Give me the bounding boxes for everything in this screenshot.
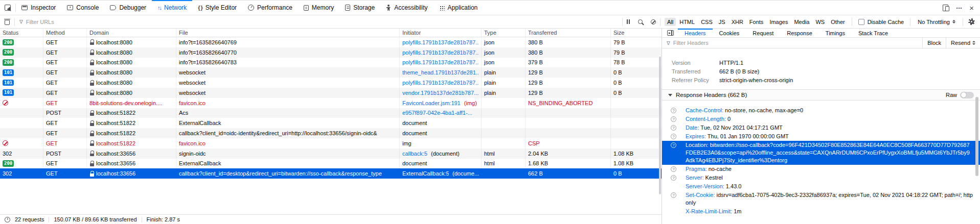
details-tab-stack-trace[interactable]: Stack Trace bbox=[852, 29, 895, 37]
block-url-button[interactable]: Block bbox=[922, 38, 946, 48]
initiator-link[interactable]: polyfills.1791b137de281b787... bbox=[402, 49, 479, 56]
request-row[interactable]: 200GETlocalhost:33656ExternalCallbackdoc… bbox=[0, 159, 662, 169]
filter-js-button[interactable]: JS bbox=[716, 18, 728, 26]
request-row[interactable]: GETlocalhost:51822favicon.icoimgCSP bbox=[0, 138, 662, 148]
header-row-date[interactable]: ?Date: Tue, 02 Nov 2021 04:17:21 GMT bbox=[662, 123, 980, 132]
header-row-x-rate-limit-limit[interactable]: X-Rate-Limit-Limit: 1m bbox=[662, 207, 980, 216]
disable-cache-control[interactable]: Disable Cache bbox=[852, 15, 910, 28]
filter-headers-input[interactable] bbox=[673, 40, 919, 46]
header-row-server[interactable]: ?Server: Kestrel bbox=[662, 173, 980, 182]
details-tab-timings[interactable]: Timings bbox=[819, 29, 852, 37]
network-settings-button[interactable] bbox=[963, 15, 980, 28]
filter-all-button[interactable]: All bbox=[665, 18, 676, 26]
filter-media-button[interactable]: Media bbox=[791, 18, 812, 26]
request-row[interactable]: GET8bit-solutions-dev.onelogin....favico… bbox=[0, 98, 662, 108]
header-row-content-length[interactable]: ?Content-Length: 0 bbox=[662, 115, 980, 123]
header-row-cache-control[interactable]: ?Cache-Control: no-store, no-cache, max-… bbox=[662, 106, 980, 115]
question-mark-icon[interactable]: ? bbox=[671, 125, 676, 131]
details-scrollbar[interactable] bbox=[975, 97, 978, 176]
initiator-link[interactable]: polyfills.1791b137de281b787... bbox=[402, 59, 479, 65]
initiator-link[interactable]: e957f897-042e-4ba1-aff1-... bbox=[402, 110, 472, 116]
request-row[interactable]: 101GETlocalhost:8080websocketvendor.1791… bbox=[0, 88, 662, 98]
filter-html-button[interactable]: HTML bbox=[677, 18, 697, 26]
responsive-mode-icon[interactable] bbox=[943, 5, 949, 11]
question-mark-icon[interactable]: ? bbox=[671, 175, 676, 181]
column-header-status[interactable]: Status bbox=[0, 29, 43, 37]
close-devtools-icon[interactable] bbox=[969, 4, 974, 12]
filter-ws-button[interactable]: WS bbox=[813, 18, 827, 26]
details-tab-headers[interactable]: Headers bbox=[678, 29, 713, 37]
filter-css-button[interactable]: CSS bbox=[698, 18, 715, 26]
request-row[interactable]: 101GETlocalhost:8080websocketpolyfills.1… bbox=[0, 78, 662, 88]
pause-traffic-button[interactable] bbox=[623, 15, 634, 28]
initiator-link[interactable]: vendor.1791b137de281b787... bbox=[402, 90, 478, 96]
filter-xhr-button[interactable]: XHR bbox=[729, 18, 746, 26]
header-name[interactable]: Pragma: bbox=[686, 166, 707, 172]
details-tab-response[interactable]: Response bbox=[780, 29, 819, 37]
column-header-transferred[interactable]: Transferred bbox=[526, 29, 611, 37]
header-row-expires[interactable]: ?Expires: Thu, 01 Jan 1970 00:00:00 GMT bbox=[662, 132, 980, 141]
request-row[interactable]: GETlocalhost:51822callback?client_id=oid… bbox=[0, 128, 662, 138]
tab-application[interactable]: Application bbox=[434, 1, 484, 15]
header-name[interactable]: Location: bbox=[686, 142, 709, 148]
tab-memory[interactable]: Memory bbox=[298, 1, 339, 15]
performance-analysis-icon[interactable] bbox=[5, 217, 10, 222]
header-row-location[interactable]: ?Location: bitwarden://sso-callback?code… bbox=[662, 141, 980, 165]
tab-storage[interactable]: Storage bbox=[339, 1, 380, 15]
filter-fonts-button[interactable]: Fonts bbox=[747, 18, 766, 26]
question-mark-icon[interactable]: ? bbox=[671, 192, 676, 198]
column-header-initiator[interactable]: Initiator bbox=[400, 29, 482, 37]
initiator-link[interactable]: ExternalCallback:5 bbox=[402, 170, 449, 177]
header-name[interactable]: Server-Version: bbox=[686, 183, 724, 189]
header-row-set-cookie[interactable]: ?Set-Cookie: idsrv=adf6cba1-7075-402b-9e… bbox=[662, 191, 980, 207]
request-list-scrollbar[interactable] bbox=[659, 57, 661, 194]
question-mark-icon[interactable]: ? bbox=[671, 166, 676, 172]
question-mark-icon[interactable]: ? bbox=[671, 134, 676, 139]
disable-cache-checkbox[interactable] bbox=[858, 19, 864, 25]
tab-console[interactable]: Console bbox=[61, 1, 104, 15]
tab-style-editor[interactable]: Style Editor bbox=[192, 1, 242, 15]
initiator-link[interactable]: theme_head.1791b137de281... bbox=[402, 69, 479, 76]
throttling-select[interactable]: No Throttling bbox=[910, 15, 963, 28]
header-name[interactable]: Server: bbox=[686, 175, 703, 181]
header-row-server-version[interactable]: Server-Version: 1.43.0 bbox=[662, 182, 980, 191]
column-header-method[interactable]: Method bbox=[43, 29, 87, 37]
request-row[interactable]: 302POSTlocalhost:33656signin-oidccallbac… bbox=[0, 148, 662, 159]
request-row[interactable]: 200GETlocalhost:8080info?t=1635826640770… bbox=[0, 47, 662, 58]
initiator-link[interactable]: polyfills.1791b137de281b787... bbox=[402, 39, 479, 45]
request-row[interactable]: 302GETlocalhost:33656callback?client_id=… bbox=[0, 168, 662, 179]
request-row[interactable]: GETlocalhost:51822ExternalCallbackdocume… bbox=[0, 118, 662, 128]
header-row-pragma[interactable]: ?Pragma: no-cache bbox=[662, 165, 980, 173]
header-name[interactable]: Set-Cookie: bbox=[686, 192, 715, 198]
column-header-type[interactable]: Type bbox=[482, 29, 526, 37]
meatball-menu-icon[interactable] bbox=[956, 6, 962, 10]
initiator-link[interactable]: polyfills.1791b137de281b787... bbox=[402, 80, 479, 86]
raw-toggle-switch[interactable] bbox=[960, 92, 974, 98]
filter-images-button[interactable]: Images bbox=[767, 18, 790, 26]
header-name[interactable]: Cache-Control: bbox=[686, 107, 723, 113]
clear-requests-button[interactable] bbox=[0, 19, 14, 25]
question-mark-icon[interactable]: ? bbox=[671, 142, 676, 148]
resend-button[interactable]: Resend bbox=[946, 38, 980, 48]
details-tab-cookies[interactable]: Cookies bbox=[713, 29, 746, 37]
details-tab-request[interactable]: Request bbox=[746, 29, 780, 37]
tab-debugger[interactable]: Debugger bbox=[104, 1, 152, 15]
header-name[interactable]: Date: bbox=[686, 125, 699, 131]
column-header-domain[interactable]: Domain bbox=[87, 29, 176, 37]
initiator-link[interactable]: callback:5 bbox=[402, 151, 427, 157]
block-requests-button[interactable] bbox=[647, 15, 660, 28]
split-panel-toggle-button[interactable] bbox=[662, 29, 678, 37]
request-row[interactable]: POSTlocalhost:51822Acse957f897-042e-4ba1… bbox=[0, 108, 662, 118]
tab-network[interactable]: Network bbox=[152, 1, 192, 15]
tab-performance[interactable]: Performance bbox=[242, 1, 298, 15]
tab-accessibility[interactable]: Accessibility bbox=[380, 1, 433, 15]
node-picker-button[interactable] bbox=[0, 1, 15, 15]
search-button[interactable] bbox=[634, 15, 647, 28]
filter-urls-input[interactable] bbox=[26, 19, 618, 25]
request-row[interactable]: 200GETlocalhost:8080info?t=1635826640769… bbox=[0, 37, 662, 47]
header-name[interactable]: X-Rate-Limit-Limit: bbox=[686, 208, 732, 214]
column-header-file[interactable]: File bbox=[176, 29, 400, 37]
question-mark-icon[interactable]: ? bbox=[671, 116, 676, 122]
response-headers-section[interactable]: Response Headers (662 B) Raw bbox=[662, 89, 980, 101]
request-row[interactable]: 101GETlocalhost:8080websockettheme_head.… bbox=[0, 67, 662, 78]
